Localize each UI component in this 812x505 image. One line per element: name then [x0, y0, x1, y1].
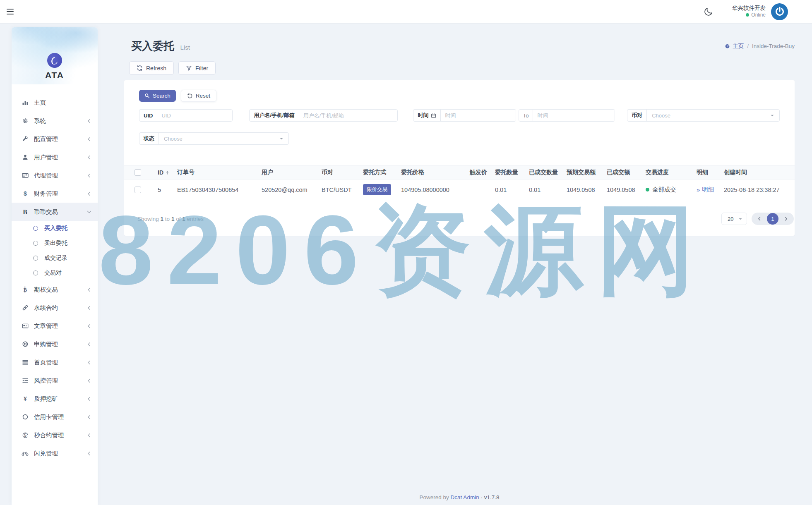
brand-name: ATA: [12, 70, 98, 80]
chevron-down-icon: [770, 114, 774, 117]
cell-amount: 0.01: [495, 180, 529, 200]
search-button[interactable]: Search: [139, 90, 176, 102]
dcat-admin-link[interactable]: Dcat Admin: [451, 494, 479, 500]
sidebar-item[interactable]: 申购管理: [12, 335, 98, 353]
reset-icon: [187, 93, 193, 99]
pair-select[interactable]: Choose: [647, 110, 779, 121]
refresh-button[interactable]: Refresh: [129, 61, 174, 75]
user-menu[interactable]: 华兴软件开发 Online: [732, 5, 766, 18]
sidebar-item[interactable]: 配置管理: [12, 130, 98, 148]
next-page-button[interactable]: [783, 216, 789, 221]
sidebar-item[interactable]: 代理管理: [12, 166, 98, 184]
sidebar-subitem[interactable]: 卖出委托: [12, 236, 98, 251]
online-status-dot: [746, 13, 749, 17]
cell-price: 104905.08000000: [401, 180, 470, 200]
breadcrumb-current: Inside-Trade-Buy: [752, 43, 795, 49]
sidebar-item[interactable]: $财务管理: [12, 184, 98, 203]
sidebar-item[interactable]: 首页管理: [12, 353, 98, 371]
cell-expected-total: 1049.0508: [567, 180, 607, 200]
sidebar-item[interactable]: 主页: [12, 93, 98, 112]
sidebar-item-label: 期权交易: [34, 286, 86, 294]
filter-button[interactable]: Filter: [178, 61, 216, 75]
circle-icon: [22, 414, 29, 421]
pair-field-group: 币对 Choose: [627, 109, 780, 122]
cell-pair: BTC/USDT: [322, 180, 363, 200]
cell-user: 520520@qq.com: [262, 180, 322, 200]
refresh-icon: [137, 65, 143, 71]
sidebar-subitem-label: 成交记录: [44, 254, 92, 262]
sidebar-item-label: 首页管理: [34, 359, 86, 366]
time-from-input[interactable]: [441, 110, 515, 121]
row-checkbox[interactable]: [135, 187, 141, 193]
time-to-input[interactable]: [533, 110, 615, 121]
column-progress: 交易进度: [646, 166, 697, 180]
column-trigger-price: 触发价: [470, 166, 495, 180]
username-input[interactable]: [299, 110, 398, 121]
uid-input[interactable]: [157, 110, 232, 121]
search-icon: [144, 93, 150, 98]
sidebar-item[interactable]: B期权交易: [12, 280, 98, 299]
circle-icon: [33, 270, 38, 275]
content-card: Search Reset UID: [124, 80, 795, 236]
sort-asc-icon[interactable]: [165, 170, 170, 175]
chevron-left-icon: [86, 155, 92, 160]
pagination: 1: [752, 213, 794, 225]
table-header-row: ID 订单号 用户 币对 委托方式 委托价格 触发价 委托数量 已成交数量: [124, 166, 795, 180]
sidebar-item[interactable]: 闪兑管理: [12, 444, 98, 462]
yen-icon: ¥: [22, 395, 29, 402]
breadcrumb-home-link[interactable]: 主页: [724, 43, 744, 50]
sidebar-item-label: 文章管理: [34, 322, 86, 330]
sidebar-item[interactable]: 用户管理: [12, 148, 98, 166]
page-title: 买入委托: [131, 40, 174, 52]
chevron-left-icon: [86, 191, 92, 196]
page-number-button[interactable]: 1: [767, 213, 778, 225]
chevron-left-icon: [86, 396, 92, 402]
hamburger-menu-icon[interactable]: [7, 6, 17, 17]
column-order-no: 订单号: [177, 166, 262, 180]
dark-mode-toggle[interactable]: [704, 7, 713, 16]
chevron-left-icon: [86, 433, 92, 438]
sidebar-item[interactable]: ¥质押挖矿: [12, 390, 98, 408]
sidebar-item-label: 配置管理: [34, 135, 86, 143]
power-logo-icon: [774, 6, 785, 17]
brand-swirl-icon: [47, 53, 62, 68]
chevron-left-icon: [86, 451, 92, 456]
brand-logo[interactable]: [47, 53, 62, 68]
cell-id: 5: [158, 180, 177, 200]
sidebar-item[interactable]: 5秒合约管理: [12, 426, 98, 444]
column-order-type: 委托方式: [363, 166, 401, 180]
table-row: 5 EB1750304307500654 520520@qq.com BTC/U…: [124, 180, 795, 200]
bitcoin-icon: B: [22, 286, 29, 293]
chevron-right-icon: [783, 216, 788, 221]
status-select[interactable]: Choose: [159, 133, 288, 144]
motorcycle-icon: [22, 450, 29, 457]
chevron-left-icon: [86, 342, 92, 347]
sidebar-item[interactable]: B币币交易: [12, 203, 98, 221]
sidebar-subitem[interactable]: 成交记录: [12, 251, 98, 266]
sidebar-subitem[interactable]: 交易对: [12, 266, 98, 280]
chain-link-icon: [22, 304, 29, 311]
page-size-select[interactable]: 20: [721, 213, 747, 225]
filter-label: Filter: [195, 65, 208, 72]
sidebar-item[interactable]: 风控管理: [12, 371, 98, 390]
column-id: ID: [158, 169, 163, 176]
detail-link[interactable]: » 明细: [697, 186, 714, 194]
sidebar-item-label: 申购管理: [34, 340, 86, 348]
sidebar-subitem[interactable]: 买入委托: [12, 221, 98, 236]
sidebar-item[interactable]: 信用卡管理: [12, 408, 98, 426]
sidebar-item[interactable]: 永续合约: [12, 299, 98, 317]
prev-page-button[interactable]: [756, 216, 763, 221]
avatar[interactable]: [771, 3, 788, 20]
app-root: 华兴软件开发 Online: [0, 0, 812, 505]
select-all-checkbox[interactable]: [135, 169, 141, 176]
sidebar-item[interactable]: 文章管理: [12, 317, 98, 335]
time-from-field-group: 时间: [413, 109, 516, 122]
sidebar-item-label: 代理管理: [34, 172, 86, 180]
user-name: 华兴软件开发: [732, 5, 766, 12]
sidebar-subitem-label: 交易对: [44, 269, 92, 277]
filter-funnel-icon: [186, 65, 192, 71]
sidebar-item[interactable]: 系统: [12, 112, 98, 130]
chevron-down-icon: [279, 137, 283, 140]
chevron-left-icon: [86, 414, 92, 420]
reset-button[interactable]: Reset: [181, 90, 216, 102]
